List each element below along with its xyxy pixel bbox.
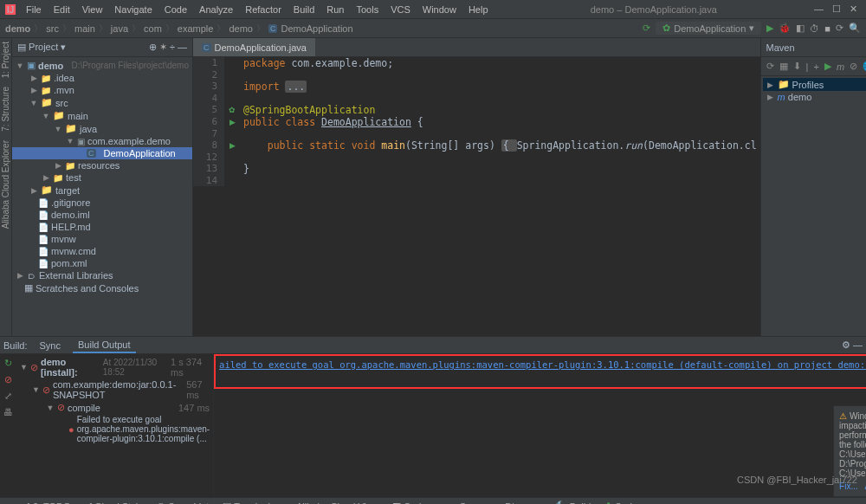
hide-icon[interactable]: —: [178, 42, 187, 52]
breadcrumb[interactable]: src: [46, 23, 59, 34]
rail-structure[interactable]: 7: Structure: [0, 83, 11, 135]
build-title: Build:: [3, 340, 28, 351]
m-icon: m: [778, 92, 785, 102]
package-icon: ▣: [77, 137, 85, 146]
gear-icon[interactable]: ⚙: [842, 339, 850, 350]
menu-build[interactable]: Build: [288, 4, 320, 15]
project-tree[interactable]: ▼▣ demo D:\Program Files\project\demo ▶📁…: [12, 57, 192, 336]
error-icon: ⊘: [42, 384, 50, 396]
breadcrumb[interactable]: demo: [5, 23, 30, 34]
error-icon: ⊘: [57, 402, 65, 413]
menu-refactor[interactable]: Refactor: [240, 4, 287, 15]
folder-icon: 📁: [41, 97, 53, 108]
editor-tab[interactable]: C DemoApplication.java: [193, 38, 315, 56]
print-icon[interactable]: 🖶: [3, 407, 13, 417]
folder-icon: 📁: [778, 79, 790, 90]
file-icon: 📄: [38, 259, 48, 268]
rail-project[interactable]: 1: Project: [0, 38, 11, 81]
minimize-icon[interactable]: —: [814, 3, 824, 15]
debug-button[interactable]: 🐞: [779, 23, 791, 34]
m-icon[interactable]: m: [837, 61, 844, 72]
menu-run[interactable]: Run: [321, 4, 349, 15]
menu-file[interactable]: File: [21, 4, 47, 15]
rail-cloud-explorer[interactable]: Alibaba Cloud Explorer: [0, 137, 11, 232]
breadcrumb[interactable]: com: [144, 23, 162, 34]
folder-icon: 📁: [41, 74, 51, 83]
file-icon: 📄: [38, 210, 48, 220]
skip-tests-icon[interactable]: ⊘: [850, 61, 857, 72]
menu-help[interactable]: Help: [463, 4, 494, 15]
class-icon: C: [268, 24, 278, 33]
profile-button[interactable]: ⏱: [810, 23, 819, 34]
project-dropdown-icon[interactable]: ▤: [17, 42, 26, 52]
collapse-icon[interactable]: ÷: [170, 42, 175, 52]
menu-analyze[interactable]: Analyze: [194, 4, 238, 15]
update-app-button[interactable]: ⟳: [836, 23, 843, 34]
breadcrumb[interactable]: example: [178, 23, 214, 34]
plus-icon[interactable]: +: [813, 61, 818, 72]
menu-vcs[interactable]: VCS: [385, 4, 416, 15]
coverage-button[interactable]: ◧: [796, 23, 805, 34]
download-icon[interactable]: ⬇: [793, 61, 801, 72]
file-icon: 📄: [38, 247, 48, 256]
warning-icon: ⚠: [839, 411, 847, 421]
error-message[interactable]: ailed to execute goal org.apache.maven.p…: [214, 354, 866, 389]
fix-link[interactable]: Fix...: [839, 481, 858, 491]
bottom-tab-sonarlint[interactable]: ◉SonarLint: [150, 501, 216, 504]
app-logo: IJ: [5, 4, 16, 15]
menu-edit[interactable]: Edit: [48, 4, 75, 15]
menu-view[interactable]: View: [77, 4, 108, 15]
folder-icon: 📁: [41, 184, 53, 196]
terminal-icon: ▣: [223, 501, 231, 504]
bottom-tab-codeup[interactable]: ◩Codeup: [385, 501, 444, 504]
generate-icon[interactable]: ▦: [779, 61, 788, 72]
breadcrumb[interactable]: demo: [229, 23, 253, 34]
run-line-gutter-icon[interactable]: ▶: [224, 139, 240, 152]
bottom-tab-sequence[interactable]: ⎌Sequence Diagram: [444, 501, 548, 505]
bottom-tab-terminal[interactable]: ▣Terminal: [216, 501, 277, 504]
bottom-tab-checkstyle[interactable]: ✔CheckStyle: [78, 501, 151, 504]
play-icon[interactable]: ▶: [824, 61, 831, 72]
breadcrumb[interactable]: java: [111, 23, 128, 34]
checkstyle-icon: ✔: [85, 501, 93, 504]
menu-code[interactable]: Code: [159, 4, 192, 15]
locate-icon[interactable]: ⊕: [149, 42, 157, 52]
stop-button[interactable]: ■: [824, 23, 830, 34]
breadcrumb[interactable]: DemoApplication: [281, 23, 352, 34]
offline-icon[interactable]: 🌐: [863, 61, 866, 72]
recompile-icon[interactable]: ⟳: [643, 23, 650, 34]
tab-sync[interactable]: Sync: [35, 339, 66, 352]
maven-tree[interactable]: ▶📁 Profiles ▶m demo: [761, 76, 866, 105]
bottom-tab-build[interactable]: 🔨Build: [548, 501, 598, 504]
maximize-icon[interactable]: ☐: [832, 3, 841, 15]
reload-icon[interactable]: ⟳: [766, 61, 774, 72]
menu-navigate[interactable]: Navigate: [109, 4, 157, 15]
run-line-gutter-icon[interactable]: ▶: [224, 116, 240, 128]
codeup-icon: ◩: [392, 501, 401, 504]
tab-build-output[interactable]: Build Output: [73, 338, 136, 353]
run-button[interactable]: ▶: [766, 23, 773, 34]
close-icon[interactable]: ✕: [850, 3, 857, 15]
menu-tools[interactable]: Tools: [351, 4, 384, 15]
search-icon[interactable]: 🔍: [849, 23, 861, 34]
menu-window[interactable]: Window: [417, 4, 462, 15]
hide-icon[interactable]: —: [853, 339, 863, 350]
error-filter-icon[interactable]: ⊘: [4, 374, 12, 385]
folder-icon: 📁: [65, 123, 77, 134]
breadcrumb[interactable]: main: [74, 23, 95, 34]
build-tree[interactable]: ▼⊘ demo [install]: At 2022/11/30 18:521 …: [16, 354, 214, 497]
module-icon: ▣: [27, 60, 36, 71]
bottom-tab-todo[interactable]: ✔6: TODO: [16, 501, 78, 504]
gear-icon[interactable]: ✶: [159, 42, 167, 52]
file-icon: 📄: [38, 198, 48, 208]
expand-icon[interactable]: ⤢: [4, 391, 12, 402]
code-editor[interactable]: 1package com.example.demo; 2 3import ...…: [193, 57, 760, 186]
defender-notification[interactable]: ⚠ Windows Defender might be impacting yo…: [833, 405, 866, 497]
build-output[interactable]: ailed to execute goal org.apache.maven.p…: [214, 354, 866, 497]
bottom-tab-cloudview[interactable]: ☁Alibaba Cloud View: [277, 501, 385, 504]
file-icon: 📄: [38, 223, 48, 232]
run-config-combo[interactable]: ✿ DemoApplication ▾: [656, 22, 761, 35]
class-icon: C: [87, 149, 96, 158]
bottom-tab-spring[interactable]: ✿Spring: [598, 501, 650, 504]
rerun-icon[interactable]: ↻: [4, 358, 12, 369]
